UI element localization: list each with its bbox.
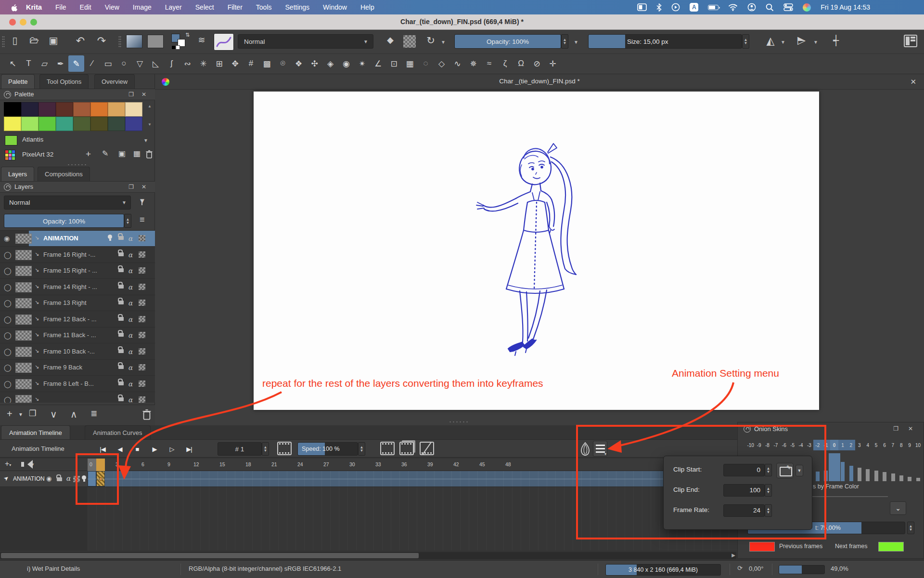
animation-settings-menu-button[interactable]: ▾ [593, 441, 607, 457]
layer-visibility-eye-icon[interactable]: ◯ [4, 348, 12, 355]
add-swatch-icon[interactable]: + [86, 149, 91, 159]
freehand-select-tool[interactable]: ∿ [449, 55, 465, 72]
menu-item-settings[interactable]: Settings [285, 3, 310, 11]
layer-lock-icon[interactable] [118, 301, 124, 304]
layer-row[interactable]: ◯↘Frame 16 Right -...α [0, 247, 155, 263]
tab-animation-timeline[interactable]: Animation Timeline [1, 425, 70, 439]
layer-thumbnail[interactable] [15, 363, 32, 373]
brush-preset-chooser[interactable] [214, 33, 234, 51]
layer-visibility-eye-icon[interactable]: ◯ [4, 316, 12, 323]
delete-swatch-icon[interactable] [146, 150, 153, 158]
select-shapes-tool[interactable]: ↖ [5, 55, 21, 72]
menu-item-filter[interactable]: Filter [228, 3, 243, 11]
layer-alpha-icon[interactable]: α [128, 331, 132, 339]
color-swatch[interactable] [4, 117, 21, 131]
create-blank-frame-icon[interactable] [380, 442, 395, 455]
control-center-icon[interactable] [783, 3, 793, 11]
onion-opacity-bar[interactable] [899, 475, 903, 481]
spotlight-search-icon[interactable] [766, 3, 774, 12]
menu-item-file[interactable]: File [55, 3, 66, 11]
layer-lock-icon[interactable] [118, 236, 124, 240]
lock-icon[interactable] [744, 425, 751, 433]
bezier-select-tool[interactable]: ζ [497, 55, 513, 72]
move-tool[interactable]: ✥ [227, 55, 243, 72]
frame-spinner[interactable]: ▲▼ [262, 442, 269, 456]
layer-thumbnail[interactable] [15, 234, 32, 244]
onion-frame-number[interactable]: 6 [880, 440, 888, 450]
layer-row[interactable]: ◯↘Frame 12 Back - ...α [0, 312, 155, 328]
menu-item-tools[interactable]: Tools [256, 3, 272, 11]
onion-frame-number[interactable]: 7 [889, 440, 897, 450]
workspace-chooser-icon[interactable] [904, 35, 917, 47]
chevron-down-icon[interactable]: ▼ [574, 39, 578, 45]
layer-visibility-eye-icon[interactable]: ◯ [4, 251, 12, 258]
layer-opacity-spinner[interactable]: ▲▼ [124, 214, 131, 228]
ruler-cell-frame1[interactable] [96, 459, 105, 471]
color-swatch[interactable] [56, 102, 73, 117]
layer-inherit-alpha-icon[interactable] [139, 267, 145, 274]
current-frame-field[interactable]: # 1 [218, 442, 262, 456]
track-visibility-eye-icon[interactable]: ◉ [46, 475, 51, 482]
color-swatch[interactable] [125, 117, 142, 131]
menu-item-image[interactable]: Image [133, 3, 152, 11]
layer-thumbnail[interactable] [15, 282, 32, 292]
onion-frame-number[interactable]: 0 [830, 440, 838, 450]
play-button[interactable]: ▶ [147, 442, 162, 456]
toolbar-grip[interactable] [118, 36, 121, 48]
brush-settings-icon[interactable]: ≋ [194, 35, 209, 45]
color-swatch[interactable] [73, 117, 90, 131]
onion-frame-number[interactable]: 9 [905, 440, 913, 450]
canvas-tab-title[interactable]: Char _(tie_down)_FIN.psd * [155, 78, 924, 85]
zoom-slider[interactable] [779, 565, 825, 574]
layer-thumbnail[interactable] [15, 330, 32, 341]
onion-opacity-bar[interactable] [858, 468, 861, 481]
speed-spinner[interactable]: ▲▼ [358, 442, 365, 456]
add-track-icon[interactable]: +▾ [5, 460, 11, 468]
onion-frame-number[interactable]: -4 [796, 440, 805, 450]
onion-frame-number[interactable]: -6 [780, 440, 788, 450]
track-onion-bulb-icon[interactable] [82, 475, 86, 480]
onion-opacity-bar[interactable] [874, 471, 878, 481]
previous-frame-button[interactable]: ◀ [113, 442, 127, 456]
rectangular-select-tool[interactable]: ▦ [402, 55, 418, 72]
menu-item-krita[interactable]: Krita [26, 3, 42, 11]
clip-start-field[interactable]: 0 [723, 464, 765, 476]
layer-thumbnail[interactable] [15, 347, 32, 357]
color-swatch[interactable] [108, 117, 125, 131]
layer-inherit-alpha-icon[interactable] [139, 396, 145, 403]
elliptical-select-tool[interactable]: ◌ [418, 55, 434, 72]
menu-item-view[interactable]: View [105, 3, 119, 11]
user-account-icon[interactable] [747, 3, 756, 12]
track-lock-icon[interactable] [57, 477, 62, 481]
onion-opacity-bar[interactable] [829, 453, 840, 481]
multibrush-tool[interactable]: ✳ [195, 55, 211, 72]
onion-frame-number[interactable]: 10 [914, 440, 922, 450]
layers-menu-icon[interactable]: ≡ [140, 215, 145, 225]
menu-item-window[interactable]: Window [323, 3, 347, 11]
delete-layer-button[interactable] [142, 409, 151, 420]
layer-filter-icon[interactable]: ▼ [139, 197, 146, 205]
layer-thumbnail[interactable] [15, 379, 32, 389]
chevron-down-icon[interactable]: ▼ [31, 462, 35, 467]
color-swatch[interactable] [4, 102, 21, 117]
line-tool[interactable]: ∕ [84, 55, 100, 72]
layer-visibility-eye-icon[interactable]: ◯ [4, 381, 12, 387]
similar-select-tool[interactable]: ≈ [481, 55, 497, 72]
next-frame-button[interactable]: ▷ [165, 442, 179, 456]
layer-lock-icon[interactable] [118, 268, 124, 272]
layer-properties-button[interactable]: ≣ [90, 408, 97, 419]
duplicate-layer-button[interactable]: ❐ [29, 408, 36, 419]
new-document-icon[interactable]: ▯ [8, 35, 22, 46]
blending-mode-dropdown[interactable]: Normal ▼ [238, 34, 373, 49]
polyline-tool[interactable]: ◺ [148, 55, 164, 72]
open-document-icon[interactable]: 🗁︎ [27, 35, 41, 46]
pan-tool[interactable]: ✛ [545, 55, 561, 72]
zoom-percentage[interactable]: 49,0% [831, 565, 848, 572]
color-swatch[interactable] [21, 102, 38, 117]
splitter-handle[interactable] [67, 164, 88, 166]
preserve-alpha-icon[interactable] [403, 35, 416, 48]
polygon-tool[interactable]: ▽ [132, 55, 148, 72]
freehand-brush-tool[interactable]: ✎ [68, 55, 84, 72]
onion-frame-number[interactable]: -3 [805, 440, 813, 450]
wifi-icon[interactable] [728, 4, 738, 11]
